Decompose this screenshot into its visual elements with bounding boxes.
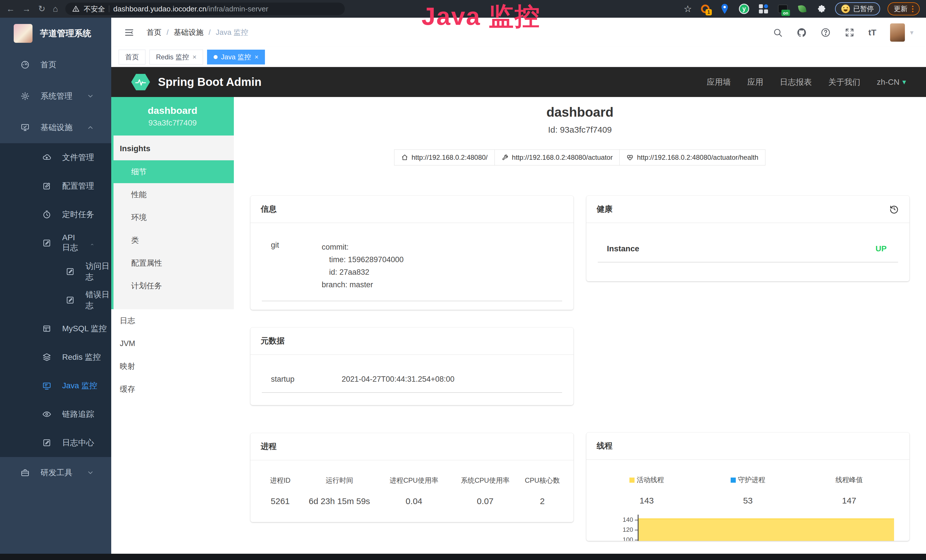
sba-brand-title[interactable]: Spring Boot Admin	[158, 76, 262, 88]
bookmark-star-icon[interactable]: ☆	[684, 3, 692, 14]
sidebar-item-config-mgmt[interactable]: 配置管理	[0, 172, 111, 200]
not-secure-label: 不安全	[83, 4, 105, 14]
sidebar-item-mysql-monitor[interactable]: MySQL 监控	[0, 314, 111, 343]
live-threads-value: 143	[596, 496, 697, 506]
process-col-cpus: CPU核心数	[521, 476, 564, 485]
extension-leaf-icon[interactable]	[796, 3, 808, 15]
sidebar-item-redis-monitor[interactable]: Redis 监控	[0, 343, 111, 371]
extensions-puzzle-icon[interactable]	[816, 3, 828, 15]
monitor-check-icon	[21, 123, 30, 132]
sba-instance-name: dashboard	[148, 105, 197, 116]
sba-item-metrics[interactable]: 性能	[113, 183, 234, 206]
sba-item-logs[interactable]: 日志	[111, 309, 234, 332]
threads-card-title: 线程	[586, 433, 909, 460]
actuator-url-button[interactable]: http://192.168.0.2:48080/actuator	[495, 150, 620, 165]
browser-back-icon[interactable]: ←	[6, 5, 15, 13]
sidebar-item-access-logs[interactable]: 访问日志	[0, 257, 111, 286]
extension-pin-icon[interactable]	[719, 3, 731, 15]
breadcrumb: 首页 / 基础设施 / Java 监控	[147, 27, 248, 37]
browser-forward-icon[interactable]: →	[22, 5, 31, 13]
font-size-icon[interactable]: tT	[869, 28, 876, 37]
wrench-icon	[502, 154, 508, 161]
instance-links: http://192.168.0.2:48080/ http://192.168…	[234, 150, 926, 165]
sba-item-scheduled-tasks[interactable]: 计划任务	[113, 274, 234, 297]
user-caret-icon[interactable]: ▾	[910, 29, 914, 36]
tab-redis-monitor[interactable]: Redis 监控 ×	[150, 50, 203, 65]
tab-home[interactable]: 首页	[119, 50, 145, 65]
health-url-button[interactable]: http://192.168.0.2:48080/actuator/health	[619, 150, 766, 165]
process-col-system-cpu: 系统CPU使用率	[449, 476, 521, 485]
process-card-title: 进程	[250, 433, 573, 460]
sba-item-environment[interactable]: 环境	[113, 206, 234, 229]
paused-extension-pill[interactable]: 已暂停	[835, 2, 880, 15]
sba-instance-header[interactable]: dashboard 93a3fc7f7409	[111, 97, 234, 136]
sidebar-item-log-center[interactable]: 日志中心	[0, 428, 111, 457]
metadata-card-title: 元数据	[250, 327, 573, 355]
extension-count-badge: 1	[705, 9, 712, 15]
peak-threads-value: 147	[799, 496, 900, 506]
browser-menu-icon[interactable]	[912, 6, 914, 12]
extension-on-icon[interactable]: on	[777, 3, 789, 15]
address-bar[interactable]: 不安全 dashboard.yudao.iocoder.cn/infra/adm…	[65, 3, 345, 15]
extension-grid-icon[interactable]	[758, 3, 769, 15]
process-pid-value: 5261	[260, 496, 300, 506]
tab-close-icon[interactable]: ×	[254, 53, 259, 61]
sba-nav-journal[interactable]: 日志报表	[780, 77, 812, 88]
browser-home-icon[interactable]: ⌂	[53, 5, 58, 13]
sidebar-item-file-mgmt[interactable]: 文件管理	[0, 143, 111, 172]
git-time-line: time: 1596289704000	[322, 253, 404, 266]
sba-nav-wallboard[interactable]: 应用墙	[707, 77, 731, 88]
sba-nav-about[interactable]: 关于我们	[828, 77, 860, 88]
help-icon[interactable]	[820, 27, 831, 38]
extension-orange-icon[interactable]: 1	[699, 3, 711, 15]
sidebar-item-scheduled-jobs[interactable]: 定时任务	[0, 200, 111, 229]
sba-nav: 应用墙 应用 日志报表 关于我们 zh-CN▾	[707, 77, 906, 88]
sba-logo-icon[interactable]	[131, 74, 150, 91]
sba-instance-id: 93a3fc7f7409	[148, 118, 197, 127]
sba-item-classes[interactable]: 类	[113, 229, 234, 251]
sidebar-item-dev-tools[interactable]: 研发工具	[0, 457, 111, 488]
sba-item-jvm[interactable]: JVM	[111, 332, 234, 355]
sba-sidebar: dashboard 93a3fc7f7409 Insights 细节 性能 环境…	[111, 97, 234, 560]
app-logo-row[interactable]: 芋道管理系统	[0, 18, 111, 49]
sba-item-config-props[interactable]: 配置属性	[113, 251, 234, 274]
browser-update-button[interactable]: 更新	[888, 2, 920, 15]
sba-item-details[interactable]: 细节	[111, 160, 234, 183]
browser-reload-icon[interactable]: ↻	[38, 5, 45, 13]
chevron-down-icon	[87, 92, 94, 100]
health-instance-row: Instance UP	[598, 244, 898, 262]
tab-close-icon[interactable]: ×	[192, 53, 197, 61]
tab-java-monitor[interactable]: Java 监控 ×	[207, 50, 265, 65]
home-icon	[401, 154, 408, 161]
sidebar-item-api-logs[interactable]: API 日志	[0, 229, 111, 257]
breadcrumb-home[interactable]: 首页	[147, 27, 162, 37]
git-commit-line: commit:	[322, 241, 404, 253]
chevron-down-icon	[87, 469, 94, 477]
sidebar-item-java-monitor[interactable]: Java 监控	[0, 371, 111, 400]
hamburger-icon[interactable]	[124, 27, 135, 38]
sba-nav-language: zh-CN▾	[877, 77, 906, 87]
sidebar-item-system-mgmt[interactable]: 系统管理	[0, 80, 111, 112]
sba-language-label[interactable]: zh-CN	[877, 77, 899, 87]
extension-y-icon[interactable]: y	[738, 3, 750, 15]
sidebar-item-tracing[interactable]: 链路追踪	[0, 400, 111, 428]
cards-left-column: 信息 git commit: time: 1596289704000 id: 2…	[250, 196, 573, 522]
sidebar-item-error-logs[interactable]: 错误日志	[0, 286, 111, 314]
history-icon[interactable]	[889, 204, 899, 214]
service-url-button[interactable]: http://192.168.0.2:48080/	[394, 150, 495, 165]
user-avatar[interactable]	[890, 23, 905, 42]
search-icon[interactable]	[773, 27, 783, 38]
sidebar-item-infrastructure[interactable]: 基础设施	[0, 112, 111, 143]
sidebar-item-home[interactable]: 首页	[0, 49, 111, 80]
fullscreen-icon[interactable]	[844, 27, 855, 38]
sidebar-item-label: 配置管理	[62, 180, 94, 191]
github-icon[interactable]	[796, 27, 807, 38]
breadcrumb-infrastructure[interactable]: 基础设施	[174, 27, 203, 37]
timer-icon	[42, 210, 51, 219]
sba-item-mappings[interactable]: 映射	[111, 355, 234, 378]
sidebar-item-label: Java 监控	[62, 380, 97, 391]
sba-nav-applications[interactable]: 应用	[747, 77, 763, 88]
language-caret-icon[interactable]: ▾	[902, 77, 906, 86]
sba-item-caches[interactable]: 缓存	[111, 378, 234, 401]
info-row-label: git	[262, 241, 322, 291]
